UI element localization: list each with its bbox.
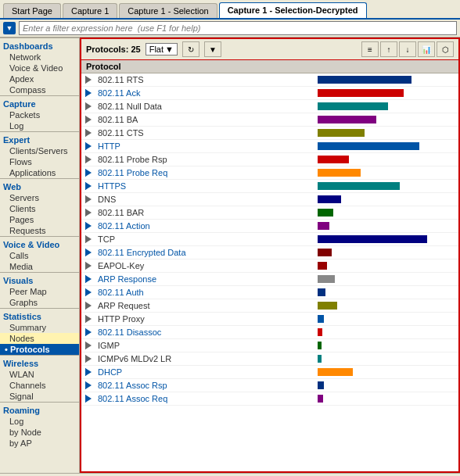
protocol-bar bbox=[318, 395, 323, 403]
table-row[interactable]: ICMPv6 MLDv2 LR bbox=[81, 353, 458, 366]
toolbar-btn-2[interactable]: ↑ bbox=[380, 41, 397, 57]
protocol-bar-area bbox=[314, 328, 455, 336]
protocol-flag-icon bbox=[84, 88, 95, 98]
protocol-name: 802.11 Action bbox=[98, 221, 314, 231]
sidebar-item-by-ap[interactable]: by AP bbox=[0, 438, 79, 449]
protocol-name: 802.11 Assoc Req bbox=[98, 394, 314, 403]
table-row[interactable]: 802.11 Probe Req bbox=[81, 166, 458, 180]
protocol-name: TCP bbox=[98, 234, 314, 244]
table-row[interactable]: 802.11 Ack bbox=[81, 87, 458, 100]
svg-marker-36 bbox=[85, 315, 92, 323]
protocol-bar bbox=[318, 102, 388, 110]
table-row[interactable]: TCP bbox=[81, 233, 458, 246]
sidebar-item-by-node[interactable]: by Node bbox=[0, 427, 79, 438]
toolbar-btn-1[interactable]: ≡ bbox=[361, 41, 379, 57]
table-row[interactable]: IGMP bbox=[81, 339, 458, 353]
protocol-bar-area bbox=[314, 368, 455, 376]
protocol-flag-icon bbox=[84, 393, 95, 404]
toolbar-btn-3[interactable]: ↓ bbox=[399, 41, 416, 57]
table-row[interactable]: 802.11 Disassoc bbox=[81, 326, 458, 339]
protocol-bar-area bbox=[314, 235, 455, 243]
table-row[interactable]: HTTPS bbox=[81, 180, 458, 193]
protocol-flag-icon bbox=[84, 101, 95, 112]
toolbar-btn-chart[interactable]: 📊 bbox=[418, 41, 435, 57]
refresh-button[interactable]: ↻ bbox=[182, 41, 199, 57]
toolbar-btn-export[interactable]: ⬡ bbox=[437, 41, 454, 57]
table-row[interactable]: 802.11 Null Data bbox=[81, 100, 458, 113]
protocol-bar-area bbox=[314, 249, 455, 256]
sidebar-item-voice-video[interactable]: Voice & Video bbox=[0, 63, 79, 73]
table-row[interactable]: DNS bbox=[81, 193, 458, 206]
table-row[interactable]: 802.11 Encrypted Data bbox=[81, 246, 458, 259]
protocol-bar-area bbox=[314, 262, 455, 270]
filter-icon[interactable]: ▼ bbox=[3, 22, 16, 34]
table-row[interactable]: 802.11 Assoc Rsp bbox=[81, 379, 458, 392]
sidebar-item-graphs[interactable]: Graphs bbox=[0, 297, 79, 308]
svg-marker-12 bbox=[85, 156, 92, 163]
protocol-flag-icon bbox=[84, 274, 95, 285]
tab-capture1-decrypted[interactable]: Capture 1 - Selection-Decrypted bbox=[219, 2, 367, 18]
section-visuals: Visuals bbox=[0, 272, 79, 286]
protocol-table: Protocol 802.11 RTS802.11 Ack802.11 Null… bbox=[80, 60, 460, 473]
filter-input[interactable] bbox=[19, 21, 457, 35]
table-row[interactable]: DHCP bbox=[81, 366, 458, 379]
protocol-flag-icon bbox=[84, 313, 95, 324]
sidebar-item-network[interactable]: Network bbox=[0, 52, 79, 63]
sidebar-item-protocols[interactable]: Protocols bbox=[0, 344, 79, 355]
sidebar-item-applications[interactable]: Applications bbox=[0, 167, 79, 178]
sidebar-item-clients[interactable]: Clients bbox=[0, 203, 79, 214]
sidebar-item-packets[interactable]: Packets bbox=[0, 109, 79, 120]
protocol-bar bbox=[318, 262, 327, 270]
sidebar-item-compass[interactable]: Compass bbox=[0, 84, 79, 95]
table-row[interactable]: 802.11 RTS bbox=[81, 73, 458, 87]
sidebar-item-calls[interactable]: Calls bbox=[0, 250, 79, 261]
table-row[interactable]: ARP Request bbox=[81, 299, 458, 313]
sidebar-item-channels[interactable]: Channels bbox=[0, 380, 79, 391]
svg-marker-32 bbox=[85, 288, 92, 296]
svg-marker-40 bbox=[85, 342, 92, 349]
sidebar-item-signal[interactable]: Signal bbox=[0, 391, 79, 402]
tab-start[interactable]: Start Page bbox=[3, 3, 61, 18]
table-row[interactable]: 802.11 BAR bbox=[81, 206, 458, 220]
table-row[interactable]: HTTP Proxy bbox=[81, 313, 458, 326]
sidebar-item-flows[interactable]: Flows bbox=[0, 156, 79, 167]
sidebar-item-summary[interactable]: Summary bbox=[0, 322, 79, 333]
protocol-name: EAPOL-Key bbox=[98, 261, 314, 270]
filter-button[interactable]: ▼ bbox=[204, 41, 221, 57]
section-web: Web bbox=[0, 178, 79, 192]
protocol-bar-area bbox=[314, 315, 455, 323]
sidebar-item-wlan[interactable]: WLAN bbox=[0, 369, 79, 380]
sidebar-item-log[interactable]: Log bbox=[0, 120, 79, 131]
table-row[interactable]: 802.11 Action bbox=[81, 220, 458, 233]
table-row[interactable]: 802.11 Auth bbox=[81, 286, 458, 299]
tab-capture1-selection[interactable]: Capture 1 - Selection bbox=[119, 3, 217, 18]
table-row[interactable]: 802.11 BA bbox=[81, 113, 458, 127]
sidebar-item-requests[interactable]: Requests bbox=[0, 225, 79, 236]
protocol-flag-icon bbox=[84, 353, 95, 364]
svg-marker-44 bbox=[85, 368, 92, 376]
sidebar: Dashboards Network Voice & Video Apdex C… bbox=[0, 38, 80, 473]
svg-marker-6 bbox=[85, 116, 92, 123]
sidebar-item-log-roaming[interactable]: Log bbox=[0, 416, 79, 427]
table-row[interactable]: 802.11 Assoc Req bbox=[81, 392, 458, 406]
protocol-bar bbox=[318, 89, 404, 97]
table-row[interactable]: ARP Response bbox=[81, 273, 458, 286]
table-row[interactable]: 802.11 CTS bbox=[81, 127, 458, 140]
sidebar-item-media[interactable]: Media bbox=[0, 261, 79, 272]
protocol-name: ARP Response bbox=[98, 274, 314, 284]
svg-marker-8 bbox=[85, 129, 92, 137]
table-row[interactable]: HTTP bbox=[81, 140, 458, 153]
sidebar-item-peer-map[interactable]: Peer Map bbox=[0, 286, 79, 297]
filter-bar: ▼ bbox=[0, 20, 460, 38]
sidebar-item-clients-servers[interactable]: Clients/Servers bbox=[0, 145, 79, 156]
sidebar-item-nodes[interactable]: Nodes bbox=[0, 333, 79, 344]
sidebar-item-pages[interactable]: Pages bbox=[0, 214, 79, 225]
tab-capture1[interactable]: Capture 1 bbox=[63, 3, 117, 18]
protocol-bar-area bbox=[314, 195, 455, 203]
protocol-flag-icon bbox=[84, 247, 95, 258]
table-row[interactable]: 802.11 Probe Rsp bbox=[81, 153, 458, 166]
table-row[interactable]: EAPOL-Key bbox=[81, 259, 458, 273]
sidebar-item-apdex[interactable]: Apdex bbox=[0, 73, 79, 84]
flat-dropdown[interactable]: Flat ▼ bbox=[146, 43, 178, 55]
sidebar-item-servers[interactable]: Servers bbox=[0, 192, 79, 203]
